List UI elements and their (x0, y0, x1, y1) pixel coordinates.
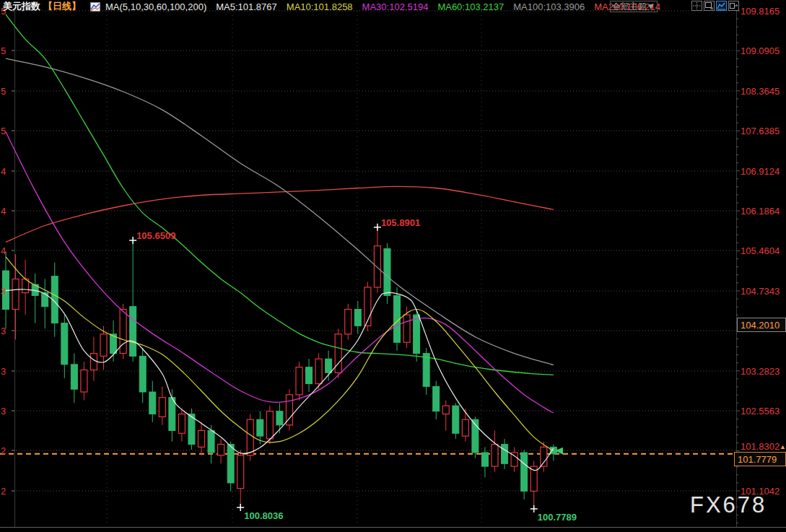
ma100-legend: MA100:103.3906 (513, 1, 585, 12)
candle-body (237, 455, 244, 489)
candle (110, 320, 117, 362)
candle-body (81, 370, 87, 392)
candle (149, 381, 156, 422)
chart-type-icon (90, 2, 100, 12)
candle-body (374, 246, 380, 287)
candle (453, 403, 459, 439)
left-axis-digit: 2 (1, 486, 6, 497)
candle (442, 400, 449, 430)
candle-body (326, 359, 332, 372)
toolbar: 美元指数 【日线】 MA(5,10,30,60,100,200) MA5:101… (3, 0, 660, 13)
high-annotation: 105.6509 (129, 230, 175, 244)
high-annotation: 105.8901 (374, 217, 420, 231)
candle (237, 450, 244, 507)
candle-body (139, 356, 146, 392)
candle (472, 417, 479, 458)
export-window-button[interactable] (728, 1, 739, 11)
candle-body (257, 419, 263, 436)
candle-body (345, 309, 351, 333)
candle-body (403, 315, 410, 342)
candle-body (100, 334, 107, 357)
candle (276, 403, 283, 433)
axes (0, 7, 786, 528)
candle (218, 439, 224, 463)
candle-body (247, 419, 253, 455)
ma5-legend: MA5:101.8767 (216, 1, 277, 12)
candle-body (492, 445, 498, 467)
high-label: 105.6509 (136, 230, 175, 241)
candle-body (521, 453, 528, 491)
candle (12, 254, 19, 339)
candle (208, 425, 214, 463)
candle-body (178, 414, 185, 434)
candle (511, 447, 518, 471)
left-axis: 5555444333322 (1, 6, 6, 497)
crosshair-grid-button[interactable] (691, 1, 702, 11)
candle-body (208, 430, 214, 453)
candle-body (71, 365, 77, 389)
right-axis-label: 101.8302 (741, 441, 780, 452)
layout-window-button[interactable] (704, 1, 715, 11)
candle (266, 406, 273, 444)
ma30-line (6, 132, 554, 413)
candle-body (423, 354, 429, 387)
candle (32, 274, 38, 323)
right-axis-label: 107.6385 (741, 126, 780, 136)
candle (384, 243, 390, 304)
left-axis-digit: 5 (1, 86, 6, 97)
left-axis-digit: 5 (1, 45, 6, 56)
area-chart-button[interactable] (716, 1, 727, 11)
candle-body (266, 411, 273, 439)
right-axis: 109.8165109.0905108.3645107.6385106.9124… (735, 6, 786, 497)
candle (81, 362, 87, 400)
candle-body (442, 406, 449, 414)
candle (423, 348, 429, 395)
candle-body (296, 367, 302, 395)
candle (462, 409, 468, 442)
right-axis-label: 104.7343 (741, 286, 780, 297)
candle (345, 304, 351, 340)
chart-window: 105.6509105.8901100.8036100.7789109.8165… (0, 0, 786, 532)
left-axis-digit: 4 (1, 166, 6, 177)
right-axis-label: 108.3645 (741, 86, 780, 97)
candle (130, 240, 136, 362)
right-axis-label: 106.9124 (741, 166, 780, 177)
ma-caption: MA(5,10,30,60,100,200) (105, 1, 206, 12)
ma200-line (6, 186, 554, 242)
candle (502, 439, 508, 469)
candle-body (159, 398, 165, 417)
layout-window-icon (704, 1, 714, 10)
left-axis-digit: 3 (1, 326, 6, 336)
candle-body (335, 334, 341, 372)
right-axis-label: 103.2823 (741, 366, 780, 377)
crosshair-grid-icon (692, 1, 702, 10)
candle (139, 348, 146, 403)
candle (90, 337, 97, 381)
right-axis-label: 101.7779 (738, 454, 777, 465)
candle (178, 409, 185, 442)
candle-body (61, 323, 68, 365)
candle (296, 362, 302, 400)
candlestick-chart[interactable]: 105.6509105.8901100.8036100.7789109.8165… (0, 0, 786, 532)
candle (364, 282, 371, 331)
low-annotation: 100.8036 (237, 504, 283, 521)
left-axis-digit: 3 (1, 366, 6, 377)
low-label: 100.8036 (244, 510, 283, 521)
candle-body (130, 307, 136, 357)
candles (3, 227, 557, 509)
left-axis-digit: 3 (1, 286, 6, 297)
candle (481, 447, 488, 477)
right-axis-label: 106.1864 (741, 206, 780, 217)
low-annotation: 100.7789 (530, 505, 577, 523)
candle (227, 442, 234, 492)
candle (306, 359, 313, 392)
candle (521, 450, 528, 500)
export-window-icon (729, 1, 738, 10)
ma5-line (6, 289, 554, 471)
candle-body (354, 309, 361, 326)
candle-body (90, 354, 97, 370)
theme-dropdown-button[interactable]: 全部主题▼ (610, 1, 658, 12)
left-axis-digit: 4 (1, 245, 6, 256)
candle-body (306, 367, 313, 384)
candle-body (149, 392, 156, 414)
